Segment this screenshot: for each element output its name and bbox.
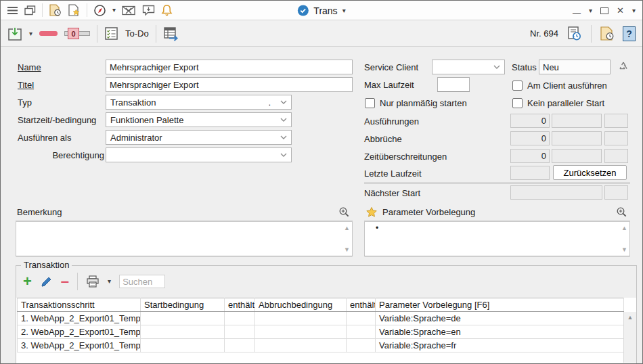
save-caret-icon[interactable]: ▾: [29, 30, 32, 37]
reset-counter-icon[interactable]: 0: [64, 28, 90, 39]
cell-step[interactable]: 3. WebApp_2_Export01_Template: [18, 339, 141, 352]
parameter-textarea[interactable]: • ▲ ▼: [364, 221, 630, 256]
chevron-down-icon: [280, 100, 287, 104]
right-column-divider: [364, 183, 630, 183]
remove-step-button[interactable]: –: [61, 274, 69, 289]
cell-enthaelt-2[interactable]: [347, 312, 376, 325]
app-title: Trans: [313, 5, 337, 16]
status-input[interactable]: [539, 60, 611, 74]
toolbar-todo-group[interactable]: To-Do: [97, 21, 156, 46]
titlebar-app[interactable]: Trans ▾: [297, 1, 345, 20]
search-input[interactable]: [119, 275, 165, 288]
edit-pencil-icon[interactable]: [40, 275, 53, 288]
table-row[interactable]: 2. WebApp_2_Export01_Template Variable:S…: [18, 325, 624, 339]
recycle-icon[interactable]: [617, 60, 629, 72]
table-row[interactable]: 1. WebApp_2_Export01_Template Variable:S…: [18, 312, 624, 325]
scroll-up-icon[interactable]: ▲: [627, 314, 634, 321]
compass-caret-icon[interactable]: ▾: [112, 7, 116, 14]
zeitueberschreitungen-label: Zeitüberschreitungen: [364, 150, 447, 164]
document-clock-icon[interactable]: [49, 4, 62, 16]
am-client-checkbox[interactable]: [512, 81, 523, 91]
zuruecksetzen-button[interactable]: Zurücksetzen: [553, 165, 627, 180]
ausfuehren-als-select[interactable]: Administrator: [106, 130, 292, 145]
toolbar-table-group: [156, 21, 186, 46]
name-input[interactable]: [106, 60, 353, 74]
magnifier-plus-icon[interactable]: [616, 206, 627, 218]
typ-select[interactable]: Transaktion .: [106, 95, 292, 110]
checkbox-parallel[interactable]: Kein paralleler Start: [512, 96, 604, 110]
help-button[interactable]: ?: [623, 26, 636, 41]
scroll-down-icon[interactable]: ▼: [344, 246, 350, 253]
cell-enthaelt-2[interactable]: [347, 325, 376, 339]
cell-step[interactable]: 2. WebApp_2_Export01_Template: [18, 325, 141, 339]
col-startbedingung[interactable]: Startbedingung: [141, 298, 225, 312]
windows-icon[interactable]: [24, 5, 36, 16]
col-parameter-vorbelegung[interactable]: Parameter Vorbelegung [F6]: [376, 298, 624, 312]
magnifier-plus-icon[interactable]: [338, 206, 350, 218]
comment-arrow-icon[interactable]: [142, 5, 155, 16]
scroll-up-icon[interactable]: ▲: [344, 225, 350, 231]
name-label[interactable]: Name: [18, 60, 41, 74]
col-enthaelt-2[interactable]: enthält: [347, 298, 376, 312]
restore-button[interactable]: [600, 7, 608, 14]
cell-startbedingung[interactable]: [141, 325, 225, 339]
app-title-caret-icon[interactable]: ▾: [342, 7, 346, 14]
cell-abbruchbedingung[interactable]: [255, 312, 347, 325]
checkbox-planmaessig[interactable]: Nur planmäßig starten: [365, 96, 467, 110]
parallel-checkbox[interactable]: [512, 98, 523, 108]
document-clock-icon-2[interactable]: [600, 26, 615, 41]
save-icon[interactable]: [7, 26, 22, 41]
abbrueche-count: 0: [510, 131, 550, 145]
chevron-down-icon: [493, 65, 500, 69]
cell-parameter[interactable]: Variable:Sprache=de: [376, 312, 624, 325]
document-star-icon[interactable]: [68, 4, 81, 16]
service-client-select[interactable]: [432, 60, 505, 74]
col-abbruchbedingung[interactable]: Abbruchbedingung: [255, 298, 347, 312]
bemerkung-scrollbar[interactable]: ▲ ▼: [344, 225, 350, 253]
col-transaktionsschritt[interactable]: Transaktionsschritt: [18, 298, 141, 312]
table-row[interactable]: 3. WebApp_2_Export01_Template Variable:S…: [18, 339, 624, 352]
close-button[interactable]: ✕: [617, 6, 624, 15]
scroll-up-icon[interactable]: ▲: [621, 225, 627, 231]
cell-abbruchbedingung[interactable]: [255, 339, 347, 352]
menu-icon[interactable]: [7, 6, 18, 15]
mail-x-icon[interactable]: [122, 5, 136, 16]
table-export-icon[interactable]: [163, 26, 179, 41]
cell-startbedingung[interactable]: [141, 312, 225, 325]
minimize-button[interactable]: —: [573, 5, 581, 17]
bell-icon[interactable]: [161, 4, 173, 16]
cell-step[interactable]: 1. WebApp_2_Export01_Template: [18, 312, 141, 325]
cell-enthaelt-1[interactable]: [225, 339, 255, 352]
berechtigung-select[interactable]: [106, 147, 292, 162]
zeitueberschreitungen-count: 0: [510, 149, 550, 163]
col-enthaelt-1[interactable]: enthält: [225, 298, 255, 312]
close-caret-icon[interactable]: ▾: [632, 7, 636, 14]
cell-enthaelt-1[interactable]: [225, 312, 255, 325]
minimize-caret-icon[interactable]: ▾: [589, 7, 592, 14]
transaktion-toolbar: + – ▾: [23, 270, 165, 293]
compass-icon[interactable]: [93, 4, 106, 17]
cell-enthaelt-1[interactable]: [225, 325, 255, 339]
cell-startbedingung[interactable]: [141, 339, 225, 352]
startzeit-select[interactable]: Funktionen Palette: [106, 112, 292, 127]
titlebar-left-group-3: ▾: [87, 1, 179, 20]
parameter-scrollbar[interactable]: ▲ ▼: [621, 225, 627, 253]
titel-input[interactable]: [106, 77, 353, 92]
table-scrollbar[interactable]: ▲: [623, 312, 636, 363]
max-laufzeit-input[interactable]: [437, 77, 470, 92]
printer-icon[interactable]: [86, 275, 99, 288]
add-step-button[interactable]: +: [23, 274, 32, 289]
planmaessig-checkbox[interactable]: [365, 98, 375, 108]
titel-label[interactable]: Titel: [18, 78, 34, 92]
history-icon[interactable]: [567, 26, 583, 42]
remove-bar-icon[interactable]: [39, 31, 58, 36]
cell-abbruchbedingung[interactable]: [255, 325, 347, 339]
cell-enthaelt-2[interactable]: [347, 339, 376, 352]
bemerkung-textarea[interactable]: ▲ ▼: [16, 221, 353, 256]
cell-parameter[interactable]: Variable:Sprache=en: [376, 325, 624, 339]
printer-caret-icon[interactable]: ▾: [108, 278, 111, 285]
reset-counter-zero: 0: [68, 28, 79, 39]
scroll-down-icon[interactable]: ▼: [621, 246, 627, 253]
checkbox-am-client[interactable]: Am Client ausführen: [512, 78, 607, 93]
cell-parameter[interactable]: Variable:Sprache=fr: [376, 339, 624, 352]
